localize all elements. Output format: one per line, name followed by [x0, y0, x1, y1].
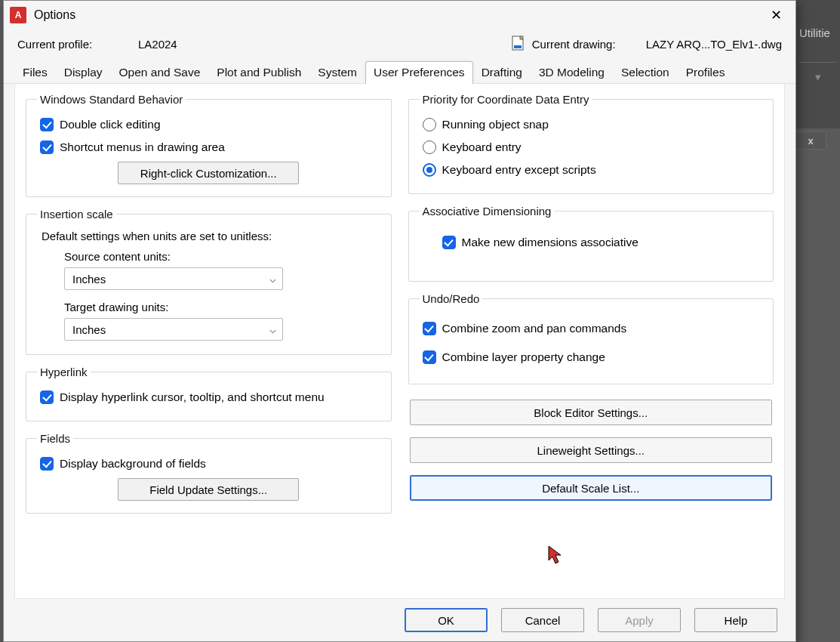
right-button-stack: Block Editor Settings... Lineweight Sett… [408, 395, 774, 501]
checkbox-icon [442, 236, 456, 249]
tab-files[interactable]: Files [14, 61, 56, 84]
profile-info-row: Current profile: LA2024 Current drawing:… [4, 29, 795, 60]
tab-drafting[interactable]: Drafting [473, 61, 531, 84]
checkbox-label: Make new dimensions associative [462, 236, 638, 249]
tab-selection[interactable]: Selection [613, 61, 678, 84]
radio-running-object-snap[interactable]: Running object snap [420, 113, 763, 136]
checkbox-hyperlink-display[interactable]: Display hyperlink cursor, tooltip, and s… [37, 386, 380, 409]
tab-open-and-save[interactable]: Open and Save [111, 61, 209, 84]
tab-system[interactable]: System [309, 61, 365, 84]
apply-button[interactable]: Apply [598, 608, 681, 632]
group-legend: Windows Standard Behavior [37, 93, 186, 106]
group-legend: Hyperlink [37, 366, 91, 378]
radio-label: Keyboard entry except scripts [442, 163, 596, 177]
group-undo-redo: Undo/Redo Combine zoom and pan commands … [408, 292, 774, 384]
close-button[interactable]: ✕ [761, 4, 791, 26]
group-legend: Priority for Coordinate Data Entry [420, 93, 592, 106]
checkbox-label: Combine layer property change [442, 350, 605, 364]
checkbox-combine-layer-change[interactable]: Combine layer property change [420, 340, 763, 372]
group-insertion-scale: Insertion scale Default settings when un… [26, 208, 392, 355]
group-legend: Associative Dimensioning [420, 205, 555, 218]
radio-keyboard-entry[interactable]: Keyboard entry [420, 136, 763, 159]
host-ribbon-label: Utilitie [799, 26, 837, 39]
host-panel-close[interactable]: x [795, 131, 826, 150]
radio-label: Running object snap [442, 118, 549, 131]
checkbox-icon [40, 457, 54, 471]
tab-3d-modeling[interactable]: 3D Modeling [531, 61, 613, 84]
app-icon: A [10, 7, 26, 23]
checkbox-label: Combine zoom and pan commands [442, 322, 627, 335]
select-value: Inches [72, 273, 106, 286]
field-update-settings-button[interactable]: Field Update Settings... [118, 478, 299, 501]
chevron-down-icon: ⌵ [269, 272, 276, 286]
host-ribbon-fragment: Utilitie ▾ [796, 0, 840, 128]
radio-icon [423, 163, 436, 177]
checkbox-combine-zoom-pan[interactable]: Combine zoom and pan commands [420, 313, 763, 340]
drawing-icon [511, 35, 526, 52]
radio-icon [423, 118, 436, 131]
help-button[interactable]: Help [694, 608, 777, 632]
current-drawing-value: LAZY ARQ...TO_Elv1-.dwg [646, 38, 782, 51]
checkbox-icon [423, 322, 436, 335]
left-column: Windows Standard Behavior Double click e… [26, 93, 392, 583]
checkbox-icon [40, 118, 54, 131]
checkbox-display-field-bg[interactable]: Display background of fields [37, 452, 380, 475]
tab-user-preferences[interactable]: User Preferences [365, 61, 473, 84]
checkbox-label: Display background of fields [60, 457, 206, 471]
target-units-select[interactable]: Inches ⌵ [64, 318, 283, 341]
ok-button[interactable]: OK [405, 608, 488, 632]
tab-display[interactable]: Display [56, 61, 111, 84]
checkbox-label: Shortcut menus in drawing area [60, 140, 225, 154]
tab-plot-and-publish[interactable]: Plot and Publish [208, 61, 309, 84]
close-icon: ✕ [771, 7, 782, 23]
group-associative-dimensioning: Associative Dimensioning Make new dimens… [408, 205, 774, 282]
group-hyperlink: Hyperlink Display hyperlink cursor, tool… [26, 366, 392, 421]
checkbox-icon [40, 390, 54, 404]
checkbox-icon [423, 350, 436, 364]
lineweight-settings-button[interactable]: Lineweight Settings... [410, 437, 773, 463]
group-legend: Fields [37, 432, 73, 445]
right-column: Priority for Coordinate Data Entry Runni… [408, 93, 774, 583]
checkbox-icon [40, 140, 54, 154]
radio-keyboard-entry-except-scripts[interactable]: Keyboard entry except scripts [420, 159, 763, 181]
group-priority-coordinate-entry: Priority for Coordinate Data Entry Runni… [408, 93, 774, 194]
radio-label: Keyboard entry [442, 140, 522, 154]
dialog-button-row: OK Cancel Apply Help [4, 599, 795, 641]
options-dialog: A Options ✕ Current profile: LA2024 Curr… [3, 0, 796, 642]
current-profile-label: Current profile: [17, 38, 138, 51]
chevron-down-icon: ⌵ [269, 323, 276, 336]
checkbox-shortcut-menus[interactable]: Shortcut menus in drawing area [37, 136, 380, 159]
select-value: Inches [72, 323, 106, 336]
tab-strip: Files Display Open and Save Plot and Pub… [4, 60, 795, 84]
checkbox-label: Display hyperlink cursor, tooltip, and s… [60, 390, 325, 404]
checkbox-label: Double click editing [60, 118, 161, 131]
titlebar: A Options ✕ [4, 1, 795, 29]
checkbox-double-click-editing[interactable]: Double click editing [37, 113, 380, 136]
svg-rect-2 [514, 45, 522, 48]
radio-icon [423, 140, 436, 154]
group-windows-standard-behavior: Windows Standard Behavior Double click e… [26, 93, 392, 197]
group-legend: Insertion scale [37, 208, 116, 221]
cancel-button[interactable]: Cancel [501, 608, 584, 632]
target-units-label: Target drawing units: [37, 298, 380, 318]
default-scale-list-button[interactable]: Default Scale List... [410, 475, 773, 501]
group-legend: Undo/Redo [420, 292, 483, 305]
source-units-select[interactable]: Inches ⌵ [64, 267, 283, 290]
right-click-customization-button[interactable]: Right-click Customization... [118, 162, 299, 184]
dialog-title: Options [34, 8, 75, 22]
source-units-label: Source content units: [37, 247, 380, 267]
current-drawing-label: Current drawing: [532, 38, 616, 51]
host-ribbon-expand[interactable]: ▾ [799, 62, 837, 84]
checkbox-associative-dimensions[interactable]: Make new dimensions associative [420, 225, 763, 254]
tab-body: Windows Standard Behavior Double click e… [14, 84, 785, 599]
insertion-scale-desc: Default settings when units are set to u… [37, 228, 380, 247]
group-fields: Fields Display background of fields Fiel… [26, 432, 392, 514]
block-editor-settings-button[interactable]: Block Editor Settings... [410, 400, 773, 425]
current-profile-value: LA2024 [138, 38, 349, 51]
tab-profiles[interactable]: Profiles [678, 61, 734, 84]
